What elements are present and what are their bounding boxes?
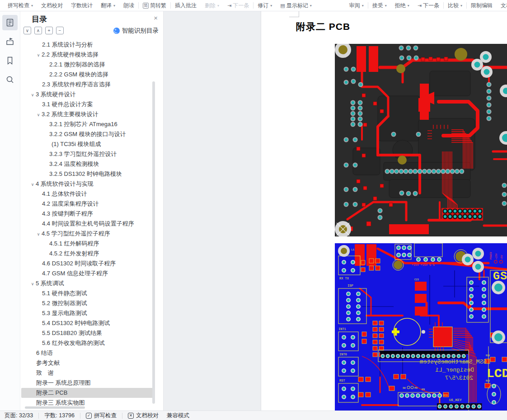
- toolbar-item-6[interactable]: 简简转繁: [143, 2, 166, 9]
- toc-item-label: 3.2.3 学习型红外遥控设计: [49, 151, 117, 157]
- toc-item[interactable]: 3.2.1 控制芯片 ATmega16: [21, 119, 153, 129]
- toc-item[interactable]: 3.2.3 学习型红外遥控设计: [21, 149, 153, 159]
- toc-item[interactable]: 4.2 温度采集程序设计: [21, 199, 153, 209]
- toc-tool-zoom-in-level[interactable]: +: [45, 27, 53, 34]
- toolbar-item-16[interactable]: 接受▾: [372, 2, 387, 9]
- toolbar-item-label: 限制编辑: [471, 2, 493, 9]
- toc-item-label: 4.6 DS1302 时间读取子程序: [42, 260, 116, 267]
- statusbar-divider: [80, 413, 80, 419]
- page-indicator[interactable]: 页面: 32/33: [5, 412, 33, 420]
- toc-item-label: 2.2 系统硬件模块选择: [42, 51, 99, 58]
- toolbar-item-4[interactable]: 朗读: [123, 2, 134, 9]
- toc-item-label: 3 系统硬件设计: [36, 91, 76, 98]
- toolbar-item-20[interactable]: 比较▾: [448, 2, 462, 9]
- chapter-nav-button[interactable]: [2, 34, 18, 49]
- toc-item[interactable]: 2.3 系统软件程序语言选择: [21, 80, 153, 90]
- toolbar-item-3[interactable]: 翻译▾: [101, 2, 115, 9]
- toc-item[interactable]: 4.6 DS1302 时间读取子程序: [21, 259, 153, 269]
- toolbar-item-label: 简转繁: [150, 2, 166, 9]
- toc-vertical-scrollbar[interactable]: [152, 81, 155, 404]
- chevron-down-icon: ▾: [113, 4, 115, 8]
- toc-item[interactable]: 5.4 DS1302 时钟电路测试: [21, 318, 153, 328]
- toc-item-label: 3.2.2 GSM 模块的接口与设计: [49, 131, 126, 137]
- toc-item[interactable]: 5.5 DS18B20 测试结果: [21, 328, 153, 338]
- svg-text:C23: C23: [414, 278, 419, 281]
- toc-item[interactable]: ∨5 系统调试: [21, 278, 153, 288]
- toolbar-item-1[interactable]: 文档校对: [41, 2, 63, 9]
- toc-item[interactable]: ∨3.2 系统主要模块设计: [21, 109, 153, 119]
- toc-item[interactable]: 4.1 总体软件设计: [21, 189, 153, 199]
- toc-item[interactable]: 4.4 时间设置和主机号码设置子程序: [21, 219, 153, 229]
- toc-item[interactable]: 参考文献: [21, 358, 153, 368]
- smart-recognize-button[interactable]: 智能识别目录: [113, 27, 159, 35]
- toc-tools: ∨∧+−: [23, 27, 64, 38]
- toolbar-item-18[interactable]: ⇥下一条: [418, 2, 439, 9]
- toolbar-item-8[interactable]: 插入批注: [175, 2, 197, 9]
- toc-item-label: 4.2 温度采集程序设计: [42, 200, 99, 207]
- toc-item[interactable]: ∨2.2 系统硬件模块选择: [21, 50, 153, 60]
- toc-item[interactable]: 3.1 硬件总设计方案: [21, 99, 153, 109]
- toc-item[interactable]: 2.2.1 微控制器的选择: [21, 60, 153, 70]
- word-count[interactable]: 字数: 13796: [44, 412, 75, 420]
- toc-item[interactable]: 4.7 GSM 信息处理子程序: [21, 269, 153, 278]
- chevron-down-icon[interactable]: ∨: [29, 90, 36, 99]
- svg-text:DC0: DC0: [443, 394, 448, 397]
- toolbar-item-14[interactable]: 审阅▾: [349, 2, 364, 9]
- toc-tool-expand-all[interactable]: ∨: [23, 27, 31, 34]
- toolbar-item-13[interactable]: ▤显示标记▾: [280, 2, 311, 9]
- chevron-down-icon[interactable]: ∨: [35, 229, 42, 239]
- svg-text:LCD: LCD: [487, 367, 507, 381]
- toolbar-item-17[interactable]: 拒绝▾: [395, 2, 409, 9]
- toc-item[interactable]: ∨4.5 学习型红外遥控子程序: [21, 229, 153, 239]
- toolbar-item-22[interactable]: 限制编辑: [471, 2, 493, 9]
- chevron-down-icon[interactable]: ∨: [35, 110, 42, 119]
- toolbar-item-12[interactable]: 修订▾: [258, 2, 272, 9]
- toc-panel-button[interactable]: [2, 15, 18, 30]
- toolbar-item-2[interactable]: 字数统计: [71, 2, 93, 9]
- chevron-down-icon[interactable]: ∨: [29, 279, 36, 288]
- toc-item[interactable]: (1) TC35i 模块组成: [21, 139, 153, 149]
- compatibility-mode-label: 兼容模式: [167, 412, 189, 420]
- toc-item[interactable]: 5.6 红外收发电路的测试: [21, 338, 153, 348]
- toc-item[interactable]: 3.2.4 温度检测模块: [21, 159, 153, 169]
- toolbar-item-0[interactable]: 拼写检查▾: [8, 2, 33, 9]
- chevron-down-icon[interactable]: ∨: [35, 50, 42, 60]
- close-icon[interactable]: ×: [154, 14, 158, 22]
- toc-item[interactable]: 5.1 硬件静态测试: [21, 288, 153, 298]
- toc-item[interactable]: 附录一 系统总原理图: [21, 378, 153, 388]
- toc-horizontal-scrollbar[interactable]: [25, 406, 85, 409]
- toc-item[interactable]: 3.2.2 GSM 模块的接口与设计: [21, 129, 153, 139]
- toolbar-item-10[interactable]: ⇥下一条: [227, 2, 249, 9]
- toolbar-item-23[interactable]: 文档权限: [501, 2, 507, 9]
- toc-item[interactable]: 致 谢: [21, 368, 153, 378]
- toc-panel-title: 目录: [32, 14, 47, 24]
- toc-item[interactable]: 6 结语: [21, 348, 153, 358]
- search-panel-button[interactable]: [2, 72, 18, 87]
- toc-item[interactable]: 5.3 显示电路测试: [21, 308, 153, 318]
- toc-list: 2.1 系统设计与分析∨2.2 系统硬件模块选择2.2.1 微控制器的选择2.2…: [20, 40, 163, 408]
- bookmark-panel-button[interactable]: [2, 53, 18, 68]
- proofread-toggle[interactable]: ✕ 文档校对: [128, 412, 159, 420]
- toc-item[interactable]: ∨4 系统软件设计与实现: [21, 179, 153, 189]
- toc-item[interactable]: 附录二 PCB: [21, 388, 153, 398]
- toolbar-item-label: 文档权限: [501, 2, 507, 9]
- toc-item[interactable]: 4.5.1 红外解码程序: [21, 239, 153, 249]
- toc-item[interactable]: 5.2 微控制器测试: [21, 298, 153, 308]
- toc-item-label: 附录一 系统总原理图: [36, 379, 91, 386]
- toc-tool-zoom-out-level[interactable]: −: [56, 27, 64, 34]
- toolbar-item-label: 插入批注: [175, 2, 197, 9]
- spellcheck-toggle[interactable]: ✓ 拼写检查: [86, 412, 117, 420]
- toc-item[interactable]: 2.1 系统设计与分析: [21, 40, 153, 50]
- toolbar-item-label: 修订: [258, 2, 268, 9]
- toc-item[interactable]: 3.2.5 DS1302 时钟电路模块: [21, 169, 153, 179]
- toc-item[interactable]: 2.2.2 GSM 模块的选择: [21, 70, 153, 80]
- toolbar-item-9[interactable]: 删除▾: [205, 2, 219, 9]
- toc-item[interactable]: 4.5.2 红外发射程序: [21, 249, 153, 259]
- toc-item[interactable]: ∨3 系统硬件设计: [21, 90, 153, 99]
- toc-tool-collapse-all[interactable]: ∧: [34, 27, 42, 34]
- toc-item[interactable]: 4.3 按键判断子程序: [21, 209, 153, 219]
- chevron-down-icon: ▾: [217, 4, 219, 8]
- spellcheck-label: 拼写检查: [94, 412, 117, 420]
- chevron-down-icon[interactable]: ∨: [29, 179, 36, 189]
- toc-item-label: 4.1 总体软件设计: [42, 190, 87, 197]
